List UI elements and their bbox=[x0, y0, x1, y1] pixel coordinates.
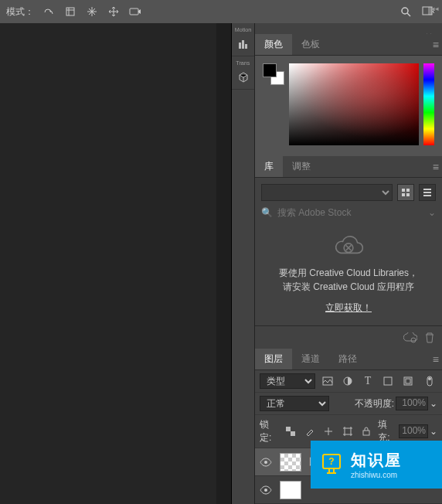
fg-bg-swatch[interactable] bbox=[263, 63, 284, 85]
blend-select[interactable]: 正常 bbox=[260, 396, 329, 411]
svg-rect-24 bbox=[363, 431, 369, 435]
layer-filter-row: 类型 T bbox=[255, 370, 442, 393]
chevron-down-icon[interactable]: ⌄ bbox=[430, 398, 437, 409]
lock-label: 锁定: bbox=[260, 418, 279, 444]
lock-artboard-icon[interactable] bbox=[340, 424, 354, 439]
lock-all-icon[interactable] bbox=[359, 424, 373, 439]
watermark-icon: ? bbox=[318, 451, 345, 478]
stock-search-input[interactable] bbox=[277, 207, 423, 218]
svg-point-13 bbox=[411, 338, 416, 342]
layer-thumbnail[interactable] bbox=[280, 481, 301, 499]
canvas-area[interactable] bbox=[0, 23, 232, 504]
tab-swatches[interactable]: 色板 bbox=[292, 34, 329, 55]
svg-rect-1 bbox=[130, 9, 138, 15]
fill-input[interactable]: 100% bbox=[399, 424, 428, 438]
svg-rect-5 bbox=[239, 43, 241, 49]
dock-icon-1[interactable] bbox=[235, 36, 252, 53]
svg-rect-8 bbox=[402, 189, 405, 192]
tab-color[interactable]: 颜色 bbox=[255, 34, 292, 55]
svg-rect-10 bbox=[402, 193, 405, 196]
visibility-icon[interactable] bbox=[260, 458, 272, 467]
lock-paint-icon[interactable] bbox=[303, 424, 317, 439]
search-icon: 🔍 bbox=[261, 207, 273, 218]
chevron-down-icon[interactable]: ⌄ bbox=[430, 426, 437, 437]
dock-group-label-2: Trans bbox=[236, 60, 250, 66]
list-view-icon[interactable] bbox=[419, 184, 436, 201]
svg-point-2 bbox=[402, 8, 408, 14]
mode-icon-2[interactable] bbox=[63, 6, 77, 17]
layers-panel-tabs: 图层 通道 路径 ≡ bbox=[255, 349, 442, 370]
cloud-sync-icon[interactable] bbox=[403, 332, 417, 343]
svg-point-26 bbox=[264, 489, 267, 492]
document-canvas[interactable] bbox=[0, 23, 216, 504]
tab-paths[interactable]: 路径 bbox=[329, 349, 366, 369]
dock-group-label: Motion bbox=[235, 27, 252, 33]
mode-icon-5[interactable] bbox=[128, 6, 142, 17]
filter-smart-icon[interactable] bbox=[400, 373, 416, 389]
watermark-subtitle: zhishiwu.com bbox=[351, 471, 402, 479]
watermark-title: 知识屋 bbox=[351, 450, 402, 471]
stock-search-row: 🔍 ⌄ bbox=[255, 207, 442, 224]
options-bar: 模式： bbox=[0, 0, 442, 23]
filter-toggle-icon[interactable] bbox=[422, 373, 437, 389]
mode-label: 模式： bbox=[6, 5, 34, 19]
opacity-label: 不透明度: bbox=[355, 397, 394, 410]
color-field[interactable] bbox=[289, 63, 419, 145]
tab-layers[interactable]: 图层 bbox=[255, 349, 292, 369]
panels-column: ▸▸ 颜色 色板 ≡ 库 调整 ≡ bbox=[255, 23, 442, 504]
library-empty-text: 要使用 Creative Cloud Libraries， 请安装 Creati… bbox=[279, 266, 418, 294]
tab-libraries[interactable]: 库 bbox=[255, 156, 283, 177]
expand-dock-icon[interactable]: ◂◂ bbox=[431, 5, 439, 12]
svg-rect-0 bbox=[66, 8, 74, 15]
svg-rect-11 bbox=[406, 193, 410, 196]
svg-rect-6 bbox=[242, 40, 244, 49]
lock-position-icon[interactable] bbox=[321, 424, 335, 439]
filter-adjust-icon[interactable] bbox=[340, 373, 355, 389]
color-panel-tabs: 颜色 色板 ≡ bbox=[255, 34, 442, 56]
mode-icon-3[interactable] bbox=[85, 6, 99, 17]
library-toolbar bbox=[255, 178, 442, 207]
filter-pixel-icon[interactable] bbox=[320, 373, 335, 389]
tab-adjustments[interactable]: 调整 bbox=[283, 156, 320, 177]
mode-icon-1[interactable] bbox=[42, 6, 56, 17]
hue-slider[interactable] bbox=[423, 63, 434, 145]
main-area: ◂◂ Motion Trans ▸▸ 颜色 色板 ≡ 库 调 bbox=[0, 23, 442, 504]
filter-shape-icon[interactable] bbox=[380, 373, 396, 389]
panel-menu-icon[interactable]: ≡ bbox=[433, 39, 439, 51]
library-get-link[interactable]: 立即获取！ bbox=[325, 301, 372, 315]
cloud-offline-icon bbox=[333, 235, 364, 258]
panel-menu-icon[interactable]: ≡ bbox=[433, 353, 439, 366]
chevron-down-icon[interactable]: ⌄ bbox=[428, 207, 436, 218]
opacity-input[interactable]: 100% bbox=[396, 397, 428, 410]
options-right bbox=[399, 6, 436, 17]
library-panel-tabs: 库 调整 ≡ bbox=[255, 156, 442, 178]
dock-icon-2[interactable] bbox=[235, 69, 252, 86]
watermark: ? 知识屋 zhishiwu.com bbox=[311, 441, 442, 489]
visibility-icon[interactable] bbox=[260, 485, 272, 495]
svg-rect-18 bbox=[406, 379, 410, 383]
trash-icon[interactable] bbox=[425, 332, 434, 343]
layer-filter-select[interactable]: 类型 bbox=[260, 373, 315, 389]
search-icon[interactable] bbox=[399, 6, 413, 17]
layer-thumbnail[interactable] bbox=[280, 453, 301, 472]
mode-icon-4[interactable] bbox=[107, 6, 121, 17]
filter-type-icon[interactable]: T bbox=[360, 373, 376, 389]
library-panel-body: 🔍 ⌄ 要使用 Creative Cloud Libraries， 请安装 Cr… bbox=[255, 178, 442, 349]
options-left: 模式： bbox=[6, 5, 142, 19]
color-panel-body bbox=[255, 56, 442, 156]
blend-row: 正常 不透明度: 100% ⌄ bbox=[255, 393, 442, 415]
svg-text:?: ? bbox=[328, 456, 334, 467]
library-empty-state: 要使用 Creative Cloud Libraries， 请安装 Creati… bbox=[255, 224, 442, 325]
panel-menu-icon[interactable]: ≡ bbox=[433, 161, 439, 173]
svg-rect-21 bbox=[286, 427, 291, 431]
grid-view-icon[interactable] bbox=[397, 184, 414, 201]
lock-transparent-icon[interactable] bbox=[284, 424, 298, 439]
svg-rect-9 bbox=[406, 189, 410, 192]
collapsed-dock: ◂◂ Motion Trans bbox=[232, 23, 255, 504]
library-footer bbox=[255, 325, 442, 349]
svg-point-20 bbox=[428, 377, 431, 380]
tab-channels[interactable]: 通道 bbox=[292, 349, 329, 369]
svg-point-25 bbox=[264, 461, 267, 464]
foreground-swatch[interactable] bbox=[263, 63, 277, 77]
library-select[interactable] bbox=[261, 184, 393, 201]
